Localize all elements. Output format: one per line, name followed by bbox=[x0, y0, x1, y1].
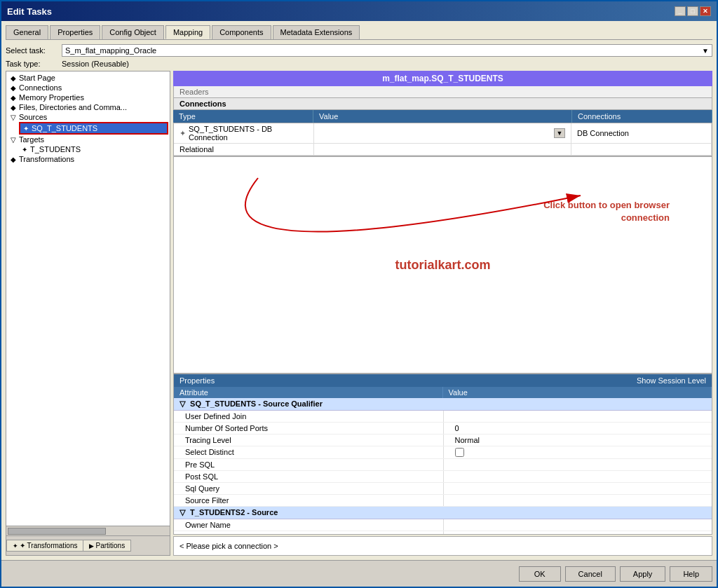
window-title: Edit Tasks bbox=[7, 6, 52, 17]
expand-icon: ◆ bbox=[11, 104, 18, 111]
diagram-area: tutorialkart.com Click button to open br… bbox=[173, 156, 712, 374]
partitions-label: Partitions bbox=[95, 542, 125, 549]
attr-select-distinct: Select Distinct bbox=[174, 446, 443, 458]
attr-owner-name: Owner Name bbox=[174, 519, 443, 531]
close-button[interactable]: ✕ bbox=[700, 6, 711, 16]
select-task-input[interactable]: S_m_flat_mapping_Oracle ▼ bbox=[62, 44, 712, 57]
props-group-1-value bbox=[443, 398, 712, 410]
props-row-sql-query: Sql Query bbox=[174, 483, 712, 495]
grid-conn-value-1: DB Connection bbox=[577, 129, 629, 137]
transformations-label: ✦ Transformations bbox=[20, 542, 77, 549]
bottom-buttons: OK Cancel Apply Help bbox=[1, 560, 717, 587]
tab-config-object[interactable]: Config Object bbox=[102, 25, 164, 39]
props-col-value: Value bbox=[443, 387, 712, 398]
tabs-bar: General Properties Config Object Mapping… bbox=[6, 25, 712, 40]
main-area: ◆ Start Page ◆ Connections ◆ Memory Prop… bbox=[6, 71, 712, 556]
left-panel-bottom: ✦ ✦ Transformations ▶ Partitions bbox=[6, 535, 170, 555]
annotation: Click button to open browserconnection bbox=[543, 199, 670, 224]
tree-item-sources[interactable]: ▽ Sources bbox=[8, 112, 168, 122]
grid-cell-type-2: Relational bbox=[174, 144, 314, 155]
grid-cell-conn-2 bbox=[571, 144, 712, 155]
left-scrollbar[interactable] bbox=[6, 526, 170, 535]
props-row-source-filter: Source Filter bbox=[174, 495, 712, 507]
tree-item-targets[interactable]: ▽ Targets bbox=[8, 135, 168, 144]
help-button[interactable]: Help bbox=[670, 566, 712, 582]
cancel-button[interactable]: Cancel bbox=[565, 566, 616, 582]
maximize-button[interactable]: □ bbox=[687, 6, 698, 16]
tab-properties[interactable]: Properties bbox=[50, 25, 100, 39]
attr-source-filter: Source Filter bbox=[174, 495, 443, 506]
expand-icon: ◆ bbox=[11, 94, 18, 102]
tree-item-connections[interactable]: ◆ Connections bbox=[8, 83, 168, 93]
props-group-2: ▽ T_STUDENTS2 - Source bbox=[174, 507, 712, 519]
val-sql-query[interactable] bbox=[443, 483, 712, 494]
tab-general[interactable]: General bbox=[6, 25, 48, 39]
grid-header-row: Type Value Connections bbox=[173, 110, 712, 123]
tree-item-t-students[interactable]: ✦ T_STUDENTS bbox=[19, 144, 168, 154]
tree-item-files-dirs[interactable]: ◆ Files, Directories and Comma... bbox=[8, 102, 168, 112]
attr-post-sql: Post SQL bbox=[174, 471, 443, 482]
tab-components[interactable]: Components bbox=[212, 25, 271, 39]
tree-item-sq-t-students[interactable]: ✦ SQ_T_STUDENTS bbox=[19, 122, 168, 135]
tree-content: ◆ Start Page ◆ Connections ◆ Memory Prop… bbox=[6, 71, 170, 526]
content-area: General Properties Config Object Mapping… bbox=[1, 21, 717, 560]
select-task-dropdown-icon[interactable]: ▼ bbox=[702, 47, 709, 55]
mapping-header: m_flat_map.SQ_T_STUDENTS bbox=[173, 71, 712, 86]
show-session-level[interactable]: Show Session Level bbox=[637, 376, 706, 385]
main-window: Edit Tasks _ □ ✕ General Properties Conf… bbox=[0, 0, 718, 588]
ok-button[interactable]: OK bbox=[519, 566, 561, 582]
props-row-sorted-ports: Number Of Sorted Ports 0 bbox=[174, 423, 712, 435]
tab-metadata-extensions[interactable]: Metadata Extensions bbox=[273, 25, 360, 39]
annotation-text: Click button to open browserconnection bbox=[543, 200, 670, 223]
props-row-user-defined-join: User Defined Join bbox=[174, 411, 712, 423]
select-task-value: S_m_flat_mapping_Oracle bbox=[65, 46, 156, 55]
expand-icon: ▽ bbox=[11, 136, 18, 144]
val-tracing-level[interactable]: Normal bbox=[443, 435, 712, 446]
attr-user-defined-join: User Defined Join bbox=[174, 411, 443, 422]
partitions-tab[interactable]: ▶ Partitions bbox=[83, 540, 131, 552]
props-subheader: Attribute Value bbox=[174, 387, 712, 398]
transformations-tab[interactable]: ✦ ✦ Transformations bbox=[6, 540, 83, 552]
browse-connection-button[interactable]: ▼ bbox=[554, 128, 565, 138]
props-header-label: Properties bbox=[180, 376, 215, 385]
grid-header-connections: Connections bbox=[572, 110, 712, 123]
val-sorted-ports[interactable]: 0 bbox=[443, 423, 712, 434]
props-row-owner-name: Owner Name bbox=[174, 519, 712, 531]
attr-source-table-name: Source Table Name bbox=[174, 531, 443, 534]
val-post-sql[interactable] bbox=[443, 471, 712, 482]
tree-label-connections: Connections bbox=[19, 83, 62, 92]
tree-item-transformations[interactable]: ◆ Transformations bbox=[8, 154, 168, 164]
partitions-icon: ▶ bbox=[89, 542, 94, 549]
readers-label: Readers bbox=[180, 88, 209, 96]
grid-header-type: Type bbox=[173, 110, 313, 123]
tree-label-t-students: T_STUDENTS bbox=[30, 145, 81, 153]
val-user-defined-join[interactable] bbox=[443, 411, 712, 422]
expand-icon: ✦ bbox=[22, 146, 29, 153]
tree-item-start-page[interactable]: ◆ Start Page bbox=[8, 73, 168, 83]
apply-button[interactable]: Apply bbox=[620, 566, 666, 582]
tab-mapping[interactable]: Mapping bbox=[165, 25, 210, 39]
tree-label-targets: Targets bbox=[19, 135, 44, 144]
grid-type-value-2: Relational bbox=[180, 145, 214, 153]
props-group-2-value bbox=[443, 507, 712, 519]
val-pre-sql[interactable] bbox=[443, 459, 712, 470]
tree-label-sq-t-students: SQ_T_STUDENTS bbox=[32, 124, 97, 132]
val-source-table-name[interactable] bbox=[443, 531, 712, 534]
expand-icon: ✦ bbox=[23, 125, 30, 132]
select-distinct-checkbox[interactable] bbox=[455, 448, 464, 457]
row-indicator: ✦ bbox=[180, 129, 186, 138]
tree-item-memory-props[interactable]: ◆ Memory Properties bbox=[8, 93, 168, 102]
left-panel: ◆ Start Page ◆ Connections ◆ Memory Prop… bbox=[6, 71, 170, 556]
val-source-filter[interactable] bbox=[443, 495, 712, 506]
title-bar: Edit Tasks _ □ ✕ bbox=[1, 1, 717, 21]
expand-icon: ◆ bbox=[11, 84, 18, 92]
props-row-select-distinct: Select Distinct bbox=[174, 446, 712, 459]
status-bar: < Please pick a connection > bbox=[173, 536, 712, 556]
minimize-button[interactable]: _ bbox=[675, 6, 686, 16]
props-row-pre-sql: Pre SQL bbox=[174, 459, 712, 471]
tree-label-sources: Sources bbox=[19, 113, 47, 121]
val-select-distinct[interactable] bbox=[443, 446, 712, 458]
props-header: Properties Show Session Level bbox=[174, 374, 712, 387]
val-owner-name[interactable] bbox=[443, 519, 712, 531]
grid-cell-value-2 bbox=[314, 144, 571, 155]
